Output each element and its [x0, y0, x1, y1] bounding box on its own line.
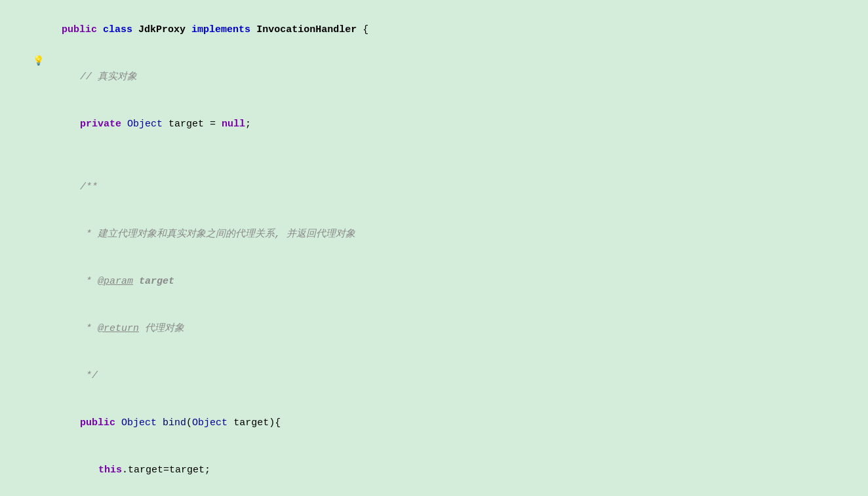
type-object-param: Object — [192, 417, 227, 429]
line-class-header: public class JdkProxy implements Invocat… — [26, 7, 855, 54]
keyword-private: private — [80, 119, 121, 130]
line-comment-real: 💡 // 真实对象 — [26, 54, 855, 101]
method-bind: bind — [163, 417, 186, 429]
line-field-target: private Object target = null; — [26, 101, 855, 148]
keyword-null: null — [222, 119, 245, 130]
line-javadoc-end1: */ — [26, 353, 855, 400]
bulb-icon: 💡 — [33, 54, 44, 68]
line-javadoc-start1: /** — [26, 164, 855, 211]
javadoc-tag-param1: @param — [98, 276, 133, 287]
javadoc-param1: * — [80, 276, 98, 287]
javadoc-return1-text: 代理对象 — [139, 323, 184, 334]
javadoc-open1: /** — [80, 181, 98, 193]
javadoc-close1: */ — [80, 370, 98, 381]
line-javadoc-param-target: * @param target — [26, 258, 855, 305]
code-container: public class JdkProxy implements Invocat… — [0, 0, 868, 496]
interface-name: InvocationHandler — [256, 24, 357, 35]
line-javadoc-return1: * @return 代理对象 — [26, 305, 855, 353]
type-object: Object — [127, 119, 163, 130]
keyword-public-bind: public — [80, 417, 115, 429]
javadoc-desc1: * 建立代理对象和真实对象之间的代理关系, 并返回代理对象 — [80, 229, 355, 240]
javadoc-tag-return1: @return — [98, 323, 139, 334]
line-javadoc-desc1: * 建立代理对象和真实对象之间的代理关系, 并返回代理对象 — [26, 211, 855, 258]
keyword-class: class — [103, 24, 132, 35]
keyword-this1: this — [98, 465, 122, 476]
javadoc-return1-star: * — [80, 323, 98, 334]
class-name: JdkProxy — [138, 24, 186, 35]
keyword-implements: implements — [191, 24, 250, 35]
javadoc-param-name1: target — [133, 276, 174, 287]
keyword-public: public — [62, 24, 97, 35]
type-object-bind: Object — [121, 417, 157, 429]
line-this-target: this.target=target; — [26, 447, 855, 494]
comment-real-object: // 真实对象 — [80, 71, 137, 83]
line-method-bind: public Object bind(Object target){ — [26, 400, 855, 447]
line-blank-1 — [26, 148, 855, 164]
